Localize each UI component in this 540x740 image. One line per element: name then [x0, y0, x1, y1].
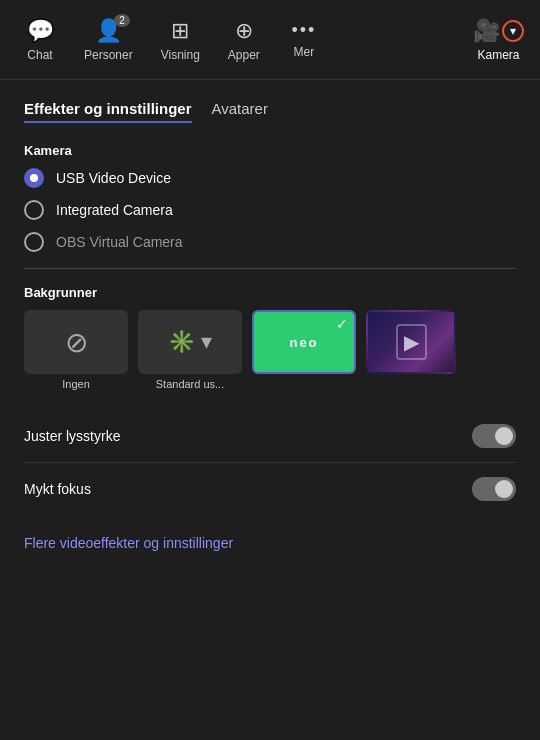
nav-label-mer: Mer	[294, 45, 315, 59]
radio-usb-circle	[24, 168, 44, 188]
nav-label-kamera: Kamera	[477, 48, 519, 62]
divider-1	[24, 268, 516, 269]
dots-icon: •••	[291, 20, 316, 41]
background-grid: ⊘ Ingen ✳️ ▾ Standard us... neo ✓ ▶	[24, 310, 516, 390]
bg-thumb-neo: neo ✓	[252, 310, 356, 374]
lysstyrke-label: Juster lysstyrke	[24, 428, 120, 444]
toggle-row-lysstyrke: Juster lysstyrke	[24, 410, 516, 463]
nav-label-visning: Visning	[161, 48, 200, 62]
lysstyrke-toggle[interactable]	[472, 424, 516, 448]
tab-avatarer[interactable]: Avatarer	[212, 100, 268, 123]
camera-icon-row: 🎥 ▾	[473, 18, 524, 44]
radio-item-usb[interactable]: USB Video Device	[24, 168, 516, 188]
camera-chevron-button[interactable]: ▾	[502, 20, 524, 42]
neo-check-icon: ✓	[336, 316, 348, 332]
nav-label-personer: Personer	[84, 48, 133, 62]
bg-thumb-mountain: ▶	[366, 310, 456, 374]
bg-tile-ingen[interactable]: ⊘ Ingen	[24, 310, 128, 390]
bg-tile-standard[interactable]: ✳️ ▾ Standard us...	[138, 310, 242, 390]
radio-obs-circle	[24, 232, 44, 252]
neo-text: neo	[289, 335, 318, 350]
radio-usb-label: USB Video Device	[56, 170, 171, 186]
bg-thumb-ingen: ⊘	[24, 310, 128, 374]
plus-icon: ⊕	[235, 18, 253, 44]
nav-item-chat[interactable]: 💬 Chat	[10, 10, 70, 70]
camera-icon: 🎥	[473, 18, 500, 44]
no-bg-icon: ⊘	[65, 326, 88, 359]
settings-content: Effekter og innstillinger Avatarer Kamer…	[0, 80, 540, 567]
bg-tile-neo[interactable]: neo ✓	[252, 310, 356, 390]
nav-item-visning[interactable]: ⊞ Visning	[147, 10, 214, 70]
mountain-play-icon: ▶	[396, 324, 427, 360]
radio-item-obs[interactable]: OBS Virtual Camera	[24, 232, 516, 252]
nav-item-personer[interactable]: 👤 2 Personer	[70, 10, 147, 70]
fokus-toggle[interactable]	[472, 477, 516, 501]
nav-item-apper[interactable]: ⊕ Apper	[214, 10, 274, 70]
nav-item-mer[interactable]: ••• Mer	[274, 12, 334, 67]
radio-item-integrated[interactable]: Integrated Camera	[24, 200, 516, 220]
fokus-label: Mykt fokus	[24, 481, 91, 497]
nav-label-chat: Chat	[27, 48, 52, 62]
lysstyrke-knob	[495, 427, 513, 445]
bg-tile-mountain[interactable]: ▶	[366, 310, 456, 390]
standard-blur-icon: ✳️ ▾	[168, 329, 212, 355]
grid-icon: ⊞	[171, 18, 189, 44]
nav-label-apper: Apper	[228, 48, 260, 62]
radio-integrated-label: Integrated Camera	[56, 202, 173, 218]
bg-label-standard: Standard us...	[156, 378, 225, 390]
top-nav: 💬 Chat 👤 2 Personer ⊞ Visning ⊕ Apper ••…	[0, 0, 540, 80]
nav-item-camera[interactable]: 🎥 ▾ Kamera	[467, 10, 530, 70]
radio-obs-label: OBS Virtual Camera	[56, 234, 183, 250]
tab-row: Effekter og innstillinger Avatarer	[24, 100, 516, 123]
toggle-row-fokus: Mykt fokus	[24, 463, 516, 515]
chat-icon: 💬	[27, 18, 54, 44]
bg-thumb-standard: ✳️ ▾	[138, 310, 242, 374]
camera-radio-group: USB Video Device Integrated Camera OBS V…	[24, 168, 516, 252]
people-icon: 👤 2	[95, 18, 122, 44]
radio-integrated-circle	[24, 200, 44, 220]
people-badge: 2	[114, 14, 130, 27]
tab-effekter[interactable]: Effekter og innstillinger	[24, 100, 192, 123]
more-effects-link[interactable]: Flere videoeffekter og innstillinger	[24, 535, 516, 551]
camera-section-label: Kamera	[24, 143, 516, 158]
bg-label-ingen: Ingen	[62, 378, 90, 390]
fokus-knob	[495, 480, 513, 498]
background-section-label: Bakgrunner	[24, 285, 516, 300]
